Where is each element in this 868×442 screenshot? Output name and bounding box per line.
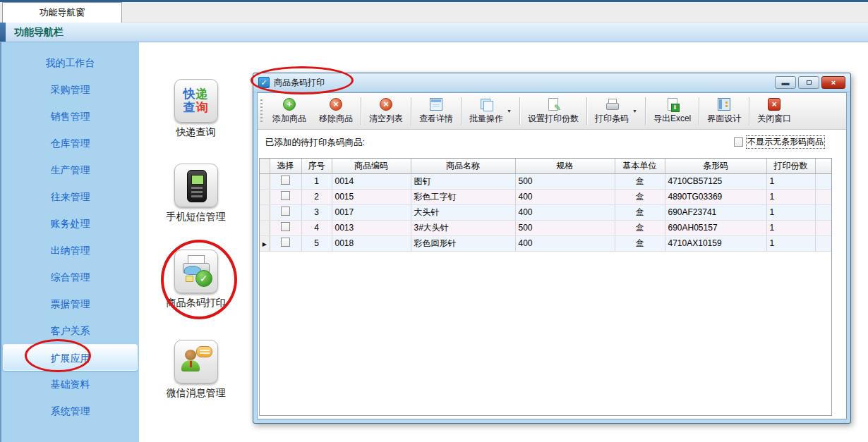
toolbar-button-content: 添加商品	[272, 98, 306, 125]
sidebar-item[interactable]: 综合管理	[1, 264, 139, 290]
cell-name: 3#大头针	[411, 220, 515, 235]
toolbar-clear-list-button[interactable]: 清空列表	[363, 93, 409, 129]
quick-item-sms-manage: 手机短信管理	[154, 164, 239, 223]
column-header[interactable]: 规格	[515, 159, 615, 173]
table-header-row: 选择序号商品编码商品名称规格基本单位条形码打印份数	[260, 159, 831, 173]
toolbar-separator	[361, 97, 361, 125]
nav-header-accent-block	[0, 23, 6, 42]
toolbar-separator	[411, 97, 411, 125]
sidebar-item[interactable]: 客户关系	[1, 317, 139, 344]
cell-code: 0013	[332, 220, 411, 235]
window-controls: ▬ ×	[775, 76, 845, 89]
barcode-print-button[interactable]: ✓	[174, 250, 218, 293]
column-header[interactable]: 商品名称	[411, 159, 515, 173]
column-header[interactable]: 选择	[270, 159, 301, 173]
row-checkbox-cell	[270, 235, 301, 251]
batch-ops-icon	[480, 98, 493, 111]
cell-seq: 1	[301, 173, 332, 189]
wechat-manage-button[interactable]	[174, 340, 218, 383]
row-checkbox[interactable]	[281, 238, 290, 247]
toolbar-view-detail-button[interactable]: 查看详情	[413, 93, 459, 129]
toolbar-button-content: 清空列表	[369, 98, 403, 125]
quick-item-express-query: 快递查询快递查询	[154, 79, 239, 139]
row-checkbox[interactable]	[281, 207, 290, 216]
minimize-button[interactable]: ▬	[775, 76, 796, 89]
toolbar-remove-product-button[interactable]: 移除商品	[313, 93, 359, 129]
sidebar-item[interactable]: 往来管理	[1, 183, 139, 210]
column-header[interactable]: 商品编码	[332, 159, 411, 173]
row-checkbox[interactable]	[281, 176, 290, 185]
cell-name: 彩色工字钉	[411, 189, 515, 204]
toolbar-grip[interactable]	[260, 99, 263, 123]
print-barcode-icon	[605, 98, 618, 111]
quick-item-barcode-print: ✓商品条码打印	[154, 250, 239, 309]
quick-item-label: 微信消息管理	[154, 387, 239, 400]
column-header[interactable]: 打印份数	[766, 159, 815, 173]
products-table: 选择序号商品编码商品名称规格基本单位条形码打印份数 10014图钉500盒471…	[259, 158, 832, 416]
close-button[interactable]: ×	[821, 76, 845, 89]
row-selector-cell[interactable]	[260, 220, 270, 235]
sidebar-item[interactable]: 系统管理	[1, 398, 139, 424]
sidebar-item[interactable]: 票据管理	[1, 290, 139, 317]
column-header[interactable]: 条形码	[665, 159, 766, 173]
toolbar-export-excel-button[interactable]: 导出Excel	[647, 93, 697, 129]
toolbar-ui-design-button[interactable]: 界面设计	[701, 93, 747, 129]
sidebar-item[interactable]: 我的工作台	[1, 49, 139, 76]
filler-cell	[815, 235, 831, 251]
toolbar-set-copies-button[interactable]: 设置打印份数	[522, 93, 585, 129]
row-selector-cell[interactable]	[260, 204, 270, 220]
toolbar-batch-ops-button[interactable]: 批量操作▼	[463, 93, 518, 129]
cell-copies: 1	[766, 235, 815, 251]
sidebar-item[interactable]: 账务处理	[1, 210, 139, 237]
clear-list-icon	[380, 98, 392, 111]
column-header[interactable]: 基本单位	[615, 159, 665, 173]
row-selector-cell[interactable]: ▶	[260, 235, 270, 251]
table-row[interactable]: 30017大头针400盒690AF237411	[260, 204, 831, 220]
cell-spec: 400	[515, 204, 615, 220]
row-selector-cell[interactable]	[260, 173, 270, 189]
toolbar-button-label: 移除商品	[319, 113, 353, 125]
toolbar-print-barcode-button[interactable]: 打印条码▼	[589, 93, 644, 129]
table-row[interactable]: ▶50018彩色回形针400盒4710AX101591	[260, 235, 831, 251]
cell-unit: 盒	[615, 173, 665, 189]
toolbar-add-product-button[interactable]: 添加商品	[266, 93, 313, 129]
hide-no-barcode-filter[interactable]: 不显示无条形码商品	[734, 135, 825, 149]
sidebar-item[interactable]: 仓库管理	[1, 130, 139, 156]
hide-no-barcode-label[interactable]: 不显示无条形码商品	[746, 135, 825, 149]
filler-cell	[815, 220, 831, 235]
row-selector-cell[interactable]	[260, 189, 270, 204]
table-row[interactable]: 10014图钉500盒4710CB571251	[260, 173, 831, 189]
set-copies-icon	[548, 98, 558, 111]
sidebar-item[interactable]: 销售管理	[1, 103, 139, 130]
sidebar-item[interactable]: 出纳管理	[1, 237, 139, 264]
toolbar-close-window-button[interactable]: 关闭窗口	[751, 93, 797, 129]
table-row[interactable]: 400133#大头针500盒690AH051571	[260, 220, 831, 235]
sidebar-item[interactable]: 生产管理	[1, 156, 139, 183]
table-row[interactable]: 20015彩色工字钉400盒4890TG033691	[260, 189, 831, 204]
sms-manage-button[interactable]	[174, 164, 218, 207]
row-checkbox[interactable]	[281, 191, 290, 200]
cell-spec: 400	[515, 235, 615, 251]
maximize-button[interactable]	[798, 76, 819, 89]
cell-copies: 1	[766, 189, 815, 204]
filler-cell	[815, 173, 831, 189]
tab-function-nav[interactable]: 功能导航窗	[2, 2, 122, 23]
sidebar-item[interactable]: 采购管理	[1, 76, 139, 103]
filler-cell	[815, 189, 831, 204]
express-query-button[interactable]: 快递查询	[174, 79, 218, 123]
sidebar-item[interactable]: 基础资料	[1, 371, 139, 398]
dropdown-arrow-icon[interactable]: ▼	[507, 109, 512, 113]
cell-barcode: 4710AX10159	[665, 235, 766, 251]
quick-item-label: 商品条码打印	[154, 297, 239, 309]
dialog-title: 商品条码打印	[274, 77, 325, 89]
toolbar: 添加商品移除商品清空列表查看详情批量操作▼设置打印份数打印条码▼导出Excel界…	[258, 93, 846, 130]
sidebar-item[interactable]: 扩展应用	[3, 344, 138, 371]
dialog-app-icon: ✓	[258, 77, 270, 88]
row-checkbox[interactable]	[281, 222, 290, 231]
toolbar-separator	[699, 97, 699, 125]
dropdown-arrow-icon[interactable]: ▼	[632, 109, 637, 113]
dialog-titlebar[interactable]: ✓ 商品条码打印 ▬ ×	[253, 73, 850, 92]
cell-name: 图钉	[411, 173, 515, 189]
column-header[interactable]: 序号	[301, 159, 332, 173]
hide-no-barcode-checkbox[interactable]	[734, 137, 743, 147]
